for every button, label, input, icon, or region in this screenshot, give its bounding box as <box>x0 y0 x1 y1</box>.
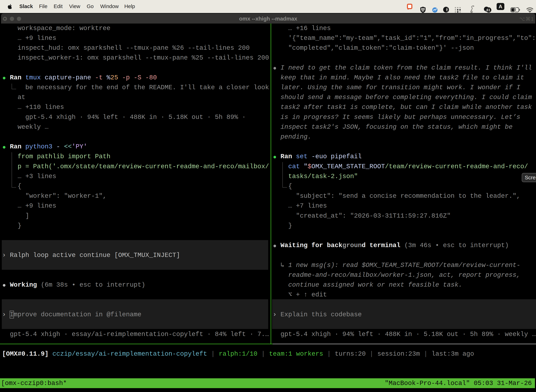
svg-text:..61: ..61 <box>485 8 490 12</box>
